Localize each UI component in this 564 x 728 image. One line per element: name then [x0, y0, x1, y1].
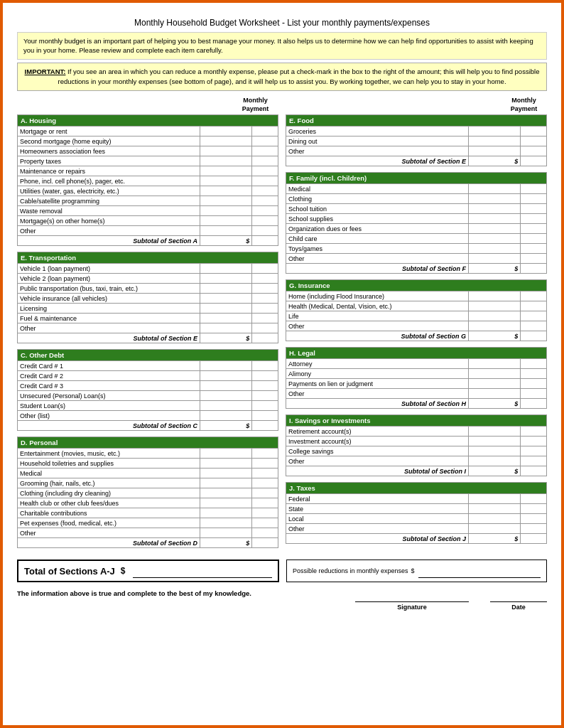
amount-field[interactable] — [468, 224, 520, 234]
check-field[interactable] — [252, 304, 278, 314]
check-field[interactable] — [252, 411, 278, 421]
check-field[interactable] — [521, 214, 547, 224]
amount-field[interactable] — [468, 311, 520, 321]
check-field[interactable] — [252, 323, 278, 333]
amount-field[interactable] — [200, 314, 251, 323]
amount-field[interactable] — [200, 127, 251, 136]
amount-field[interactable] — [468, 494, 520, 504]
check-field[interactable] — [521, 291, 547, 301]
amount-field[interactable] — [468, 301, 520, 311]
amount-field[interactable] — [468, 437, 520, 446]
check-field[interactable] — [521, 234, 547, 244]
amount-field[interactable] — [200, 498, 251, 508]
check-field[interactable] — [252, 146, 278, 156]
amount-field[interactable] — [468, 291, 520, 301]
amount-field[interactable] — [200, 391, 251, 401]
amount-field[interactable] — [200, 226, 251, 236]
amount-field[interactable] — [468, 321, 520, 331]
amount-field[interactable] — [468, 204, 520, 214]
amount-field[interactable] — [468, 456, 520, 466]
amount-field[interactable] — [200, 274, 251, 284]
check-field[interactable] — [521, 456, 547, 466]
check-field[interactable] — [521, 514, 547, 524]
amount-field[interactable] — [200, 478, 251, 488]
check-field[interactable] — [521, 311, 547, 321]
check-field[interactable] — [521, 194, 547, 204]
amount-field[interactable] — [200, 518, 251, 528]
amount-field[interactable] — [200, 186, 251, 196]
check-field[interactable] — [252, 528, 278, 538]
amount-field[interactable] — [200, 411, 251, 421]
amount-field[interactable] — [200, 206, 251, 216]
check-field[interactable] — [252, 361, 278, 371]
check-field[interactable] — [521, 446, 547, 456]
check-field[interactable] — [521, 127, 547, 136]
check-field[interactable] — [252, 176, 278, 186]
amount-field[interactable] — [200, 488, 251, 498]
amount-field[interactable] — [200, 196, 251, 206]
check-field[interactable] — [252, 294, 278, 304]
check-field[interactable] — [252, 274, 278, 284]
amount-field[interactable] — [468, 127, 520, 136]
date-underline[interactable] — [490, 601, 547, 602]
check-field[interactable] — [521, 224, 547, 234]
check-field[interactable] — [252, 127, 278, 136]
amount-field[interactable] — [200, 136, 251, 146]
check-field[interactable] — [252, 371, 278, 381]
signature-underline[interactable] — [355, 601, 469, 602]
check-field[interactable] — [521, 244, 547, 254]
amount-field[interactable] — [468, 446, 520, 456]
amount-field[interactable] — [200, 294, 251, 304]
check-field[interactable] — [252, 488, 278, 498]
amount-field[interactable] — [200, 166, 251, 176]
check-field[interactable] — [521, 504, 547, 514]
check-field[interactable] — [252, 226, 278, 236]
amount-field[interactable] — [200, 156, 251, 166]
amount-field[interactable] — [200, 528, 251, 538]
amount-field[interactable] — [200, 216, 251, 226]
check-field[interactable] — [521, 369, 547, 379]
amount-field[interactable] — [468, 146, 520, 156]
check-field[interactable] — [521, 146, 547, 156]
check-field[interactable] — [521, 301, 547, 311]
check-field[interactable] — [252, 264, 278, 274]
check-field[interactable] — [252, 156, 278, 166]
amount-field[interactable] — [200, 176, 251, 186]
check-field[interactable] — [521, 204, 547, 214]
amount-field[interactable] — [200, 508, 251, 518]
amount-field[interactable] — [200, 304, 251, 314]
check-field[interactable] — [252, 508, 278, 518]
check-field[interactable] — [252, 166, 278, 176]
check-field[interactable] — [252, 284, 278, 294]
amount-field[interactable] — [468, 244, 520, 254]
check-field[interactable] — [252, 206, 278, 216]
check-field[interactable] — [521, 321, 547, 331]
check-field[interactable] — [252, 391, 278, 401]
amount-field[interactable] — [200, 459, 251, 469]
amount-field[interactable] — [468, 524, 520, 534]
check-field[interactable] — [521, 437, 547, 446]
amount-field[interactable] — [200, 469, 251, 478]
amount-field[interactable] — [468, 504, 520, 514]
amount-field[interactable] — [200, 284, 251, 294]
check-field[interactable] — [521, 389, 547, 399]
amount-field[interactable] — [468, 359, 520, 369]
amount-field[interactable] — [200, 371, 251, 381]
check-field[interactable] — [252, 136, 278, 146]
check-field[interactable] — [521, 136, 547, 146]
amount-field[interactable] — [468, 427, 520, 437]
reductions-amount-field[interactable] — [418, 564, 541, 578]
check-field[interactable] — [252, 314, 278, 323]
amount-field[interactable] — [468, 214, 520, 224]
check-field[interactable] — [252, 498, 278, 508]
check-field[interactable] — [521, 359, 547, 369]
amount-field[interactable] — [200, 323, 251, 333]
amount-field[interactable] — [468, 369, 520, 379]
amount-field[interactable] — [468, 514, 520, 524]
check-field[interactable] — [521, 184, 547, 194]
check-field[interactable] — [521, 427, 547, 437]
amount-field[interactable] — [200, 401, 251, 411]
check-field[interactable] — [252, 401, 278, 411]
check-field[interactable] — [521, 254, 547, 264]
amount-field[interactable] — [468, 194, 520, 204]
